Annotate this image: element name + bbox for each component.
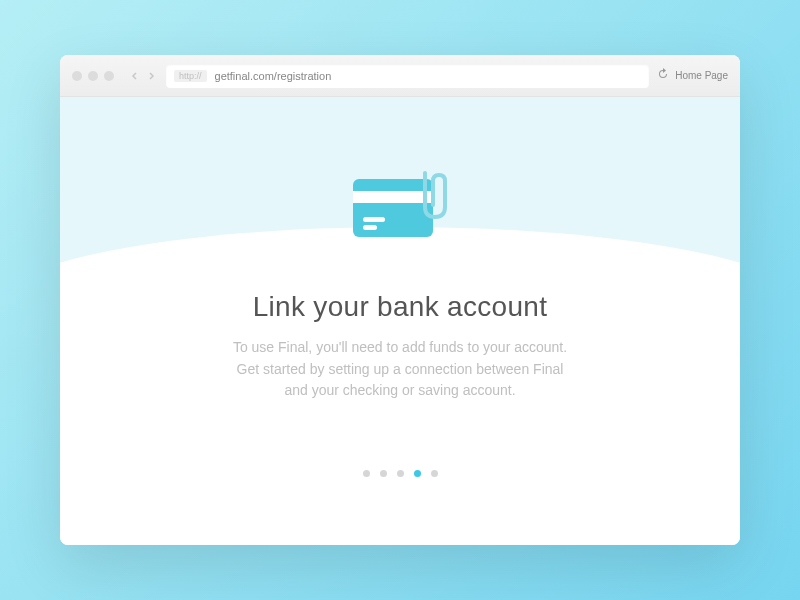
description-line-3: and your checking or saving account. [284,382,515,398]
back-button[interactable] [128,69,142,83]
protocol-badge: http:// [174,70,207,82]
close-window-button[interactable] [72,71,82,81]
description-line-2: Get started by setting up a connection b… [237,361,564,377]
home-page-link[interactable]: Home Page [675,70,728,81]
pagination-dot-5[interactable] [431,470,438,477]
svg-rect-2 [363,217,385,222]
address-bar[interactable]: http:// getfinal.com/registration [166,64,649,88]
pagination-dot-3[interactable] [397,470,404,477]
refresh-icon[interactable] [657,68,669,83]
nav-arrows [128,69,158,83]
browser-chrome: http:// getfinal.com/registration Home P… [60,55,740,97]
maximize-window-button[interactable] [104,71,114,81]
traffic-lights [72,71,114,81]
pagination-dot-2[interactable] [380,470,387,477]
content-area: Link your bank account To use Final, you… [60,97,740,545]
description-line-1: To use Final, you'll need to add funds t… [233,339,567,355]
forward-button[interactable] [144,69,158,83]
svg-rect-3 [363,225,377,230]
bank-card-icon [345,165,455,259]
page-heading: Link your bank account [253,291,548,323]
page-description: To use Final, you'll need to add funds t… [233,337,567,402]
browser-window: http:// getfinal.com/registration Home P… [60,55,740,545]
pagination-dots [363,470,438,477]
minimize-window-button[interactable] [88,71,98,81]
url-text: getfinal.com/registration [215,70,332,82]
svg-rect-1 [353,191,433,203]
refresh-home-group: Home Page [657,68,728,83]
pagination-dot-4[interactable] [414,470,421,477]
pagination-dot-1[interactable] [363,470,370,477]
